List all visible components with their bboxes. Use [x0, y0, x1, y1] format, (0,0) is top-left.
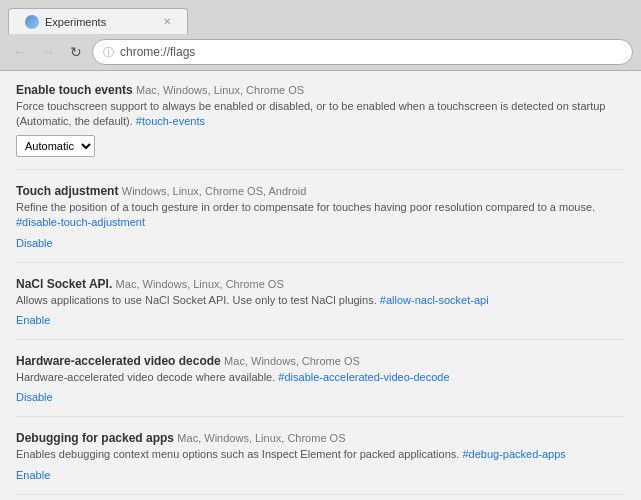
flag-debug-packed-apps: Debugging for packed apps Mac, Windows, …: [16, 431, 625, 494]
flag-title: Touch adjustment Windows, Linux, Chrome …: [16, 184, 625, 198]
flag-anchor-link[interactable]: #disable-touch-adjustment: [16, 216, 145, 228]
active-tab[interactable]: Experiments ✕: [8, 8, 188, 34]
forward-button[interactable]: →: [36, 40, 60, 64]
address-bar[interactable]: ⓘ chrome://flags: [92, 39, 633, 65]
flag-description: Hardware-accelerated video decode where …: [16, 370, 625, 385]
flag-description: Refine the position of a touch gesture i…: [16, 200, 625, 231]
flag-anchor-link[interactable]: #disable-accelerated-video-decode: [278, 371, 449, 383]
tab-label: Experiments: [45, 16, 106, 28]
flag-title: Debugging for packed apps Mac, Windows, …: [16, 431, 625, 445]
flag-touch-adjustment: Touch adjustment Windows, Linux, Chrome …: [16, 184, 625, 263]
tab-favicon: [25, 15, 39, 29]
flag-control: Disable: [16, 390, 625, 404]
back-button[interactable]: ←: [8, 40, 32, 64]
flag-enable-touch-events: Enable touch events Mac, Windows, Linux,…: [16, 83, 625, 170]
browser-chrome: Experiments ✕ ← → ↻ ⓘ chrome://flags: [0, 0, 641, 71]
flag-anchor-link[interactable]: #debug-packed-apps: [462, 448, 565, 460]
navigation-bar: ← → ↻ ⓘ chrome://flags: [0, 34, 641, 70]
disable-link[interactable]: Disable: [16, 391, 53, 403]
address-icon: ⓘ: [103, 45, 114, 60]
address-text: chrome://flags: [120, 45, 195, 59]
flag-title: Hardware-accelerated video decode Mac, W…: [16, 354, 625, 368]
flag-control: Enable: [16, 313, 625, 327]
flag-platforms: Mac, Windows, Linux, Chrome OS: [136, 84, 304, 96]
flag-description: Enables debugging context menu options s…: [16, 447, 625, 462]
flag-anchor-link[interactable]: #allow-nacl-socket-api: [380, 294, 489, 306]
tab-close-button[interactable]: ✕: [163, 16, 171, 27]
flag-title: Enable touch events Mac, Windows, Linux,…: [16, 83, 625, 97]
flag-hw-video-decode: Hardware-accelerated video decode Mac, W…: [16, 354, 625, 417]
tab-bar: Experiments ✕: [0, 0, 641, 34]
flag-control: Disable: [16, 236, 625, 250]
flag-nacl-socket: NaCl Socket API. Mac, Windows, Linux, Ch…: [16, 277, 625, 340]
flag-control: Automatic Default Enabled Disabled: [16, 135, 625, 157]
disable-link[interactable]: Disable: [16, 237, 53, 249]
page-content: Enable touch events Mac, Windows, Linux,…: [0, 71, 641, 500]
flag-description: Force touchscreen support to always be e…: [16, 99, 625, 130]
touch-events-select[interactable]: Automatic Default Enabled Disabled: [16, 135, 95, 157]
enable-link[interactable]: Enable: [16, 469, 50, 481]
flag-anchor-link[interactable]: #touch-events: [136, 115, 205, 127]
enable-link[interactable]: Enable: [16, 314, 50, 326]
reload-button[interactable]: ↻: [64, 40, 88, 64]
flag-description: Allows applications to use NaCl Socket A…: [16, 293, 625, 308]
flag-control: Enable: [16, 468, 625, 482]
flag-title: NaCl Socket API. Mac, Windows, Linux, Ch…: [16, 277, 625, 291]
